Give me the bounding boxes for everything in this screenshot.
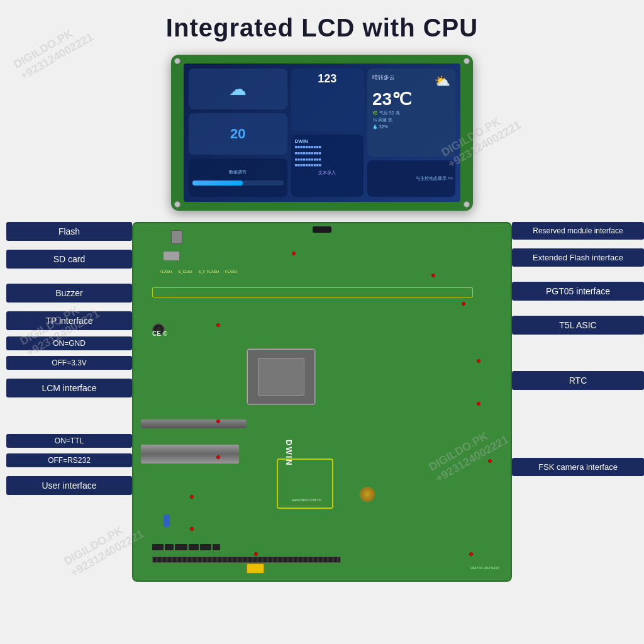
pcb-ic-1 <box>152 544 164 550</box>
lcd-module: ☁ 20 数据调节 <box>171 55 473 211</box>
label-sd-card: SD card <box>6 250 132 269</box>
lcd-weather-widget: 晴转多云 ⛅ 23℃ 🌿 气压 52 高 🌬 风速 低 💧 32% <box>367 69 455 157</box>
pcb-usb <box>171 230 182 244</box>
pcb-connector-top <box>313 226 331 233</box>
pcb-ic-3 <box>175 544 187 550</box>
pcb-red-dot-7 <box>254 552 258 556</box>
label-reserved-module: Reserved module interface <box>512 222 644 240</box>
lcd-num-label: 123 <box>295 72 360 86</box>
lcd-weather-top: 晴转多云 ⛅ <box>372 74 450 89</box>
pcb-capacitor <box>164 514 170 527</box>
pcb-red-dot-8 <box>431 274 435 277</box>
lcd-scroll-label: 与主控动态展示 >> <box>416 175 453 182</box>
lcd-screen: ☁ 20 数据调节 <box>184 64 460 202</box>
lcd-scroll-label-box: 与主控动态展示 >> <box>367 160 455 197</box>
label-on-ttl: ON=TTL <box>6 434 132 448</box>
pcb-version-text: DMT84-2025H10 <box>470 566 499 570</box>
pcb-red-dot-11 <box>477 402 480 406</box>
label-off-rs232: OFF=RS232 <box>6 453 132 467</box>
label-on-gnd: ON=GND <box>6 336 132 350</box>
pcb-chip-main <box>247 348 316 405</box>
lcd-slider-widget: 数据调节 <box>189 158 287 197</box>
pcb-dwin-text: DWIN <box>284 440 294 467</box>
lcd-content: ☁ 20 数据调节 <box>184 64 460 202</box>
pcb-flash-label: FLASHS_CLK0S_F-FLASHFLASH <box>160 270 237 274</box>
lcd-left-panel: ☁ 20 数据调节 <box>189 69 287 197</box>
lcd-display-area: ☁ 20 数据调节 <box>0 48 644 211</box>
lcd-temperature: 23℃ <box>372 89 450 109</box>
lcd-number-widget: 20 <box>189 113 287 154</box>
label-off-3v3: OFF=3.3V <box>6 356 132 370</box>
pcb-section: Flash SD card Buzzer TP interface ON=GND… <box>0 211 644 588</box>
label-tp-interface: TP interface <box>6 311 132 330</box>
lcd-text-lines: ■■■■■■■■■■ ■■■■■■■■■■ ■■■■■■■■■■ ■■■■■■■… <box>295 144 360 169</box>
pcb-center: FLASHS_CLK0S_F-FLASHFLASH CE © <box>132 216 512 588</box>
pcb-flash-area <box>152 287 473 297</box>
pcb-ic-4 <box>189 544 199 550</box>
screw-br <box>464 201 470 208</box>
pcb-red-dot-12 <box>488 459 492 463</box>
label-lcm-interface: LCM interface <box>6 379 132 397</box>
lcd-cloud-widget: ☁ <box>189 69 287 109</box>
labels-left: Flash SD card Buzzer TP interface ON=GND… <box>0 216 132 588</box>
pcb-sdcard <box>164 252 179 260</box>
pcb-ic-5 <box>200 544 211 550</box>
pcb-red-dot-1 <box>292 252 296 255</box>
lcd-slider-track <box>192 180 284 186</box>
label-buzzer: Buzzer <box>6 284 132 303</box>
pcb-ic-2 <box>165 544 174 550</box>
label-extended-flash: Extended Flash interface <box>512 248 644 267</box>
screw-tr <box>464 58 470 64</box>
label-pgt05: PGT05 interface <box>512 282 644 301</box>
pcb-red-dot-2 <box>216 323 220 327</box>
screw-bl <box>174 201 180 208</box>
screw-tl <box>174 58 180 64</box>
label-flash: Flash <box>6 222 132 241</box>
lcd-slider-fill <box>192 180 243 186</box>
pcb-red-dot-5 <box>190 495 194 499</box>
page-title: Integrated LCD with CPU <box>0 0 644 48</box>
pcb-components-bottom <box>152 543 492 552</box>
lcd-center-panel: 123 DWIN ■■■■■■■■■■ ■■■■■■■■■■ ■■■■■■■■■… <box>291 69 364 197</box>
pcb-ic-6 <box>213 544 220 550</box>
labels-right: Reserved module interface Extended Flash… <box>512 216 644 588</box>
label-t5l-asic: T5L ASIC <box>512 316 644 335</box>
pcb-ce-mark: CE © <box>152 330 167 337</box>
lcd-weather-condition: 晴转多云 <box>372 74 395 82</box>
pcb-board: FLASHS_CLK0S_F-FLASHFLASH CE © <box>132 222 512 582</box>
pcb-red-dot-9 <box>462 302 465 306</box>
label-fsk-camera: FSK camera interface <box>512 458 644 476</box>
lcd-dwin-label: DWIN <box>295 138 360 144</box>
lcd-data-label: 数据调节 <box>192 169 284 175</box>
lcd-text-entry-label: 文本录入 <box>295 170 360 176</box>
lcd-number-display: 20 <box>230 126 245 142</box>
lcd-weather-stats: 🌿 气压 52 高 🌬 风速 低 💧 32% <box>372 109 450 131</box>
cloud-icon: ☁ <box>229 79 247 99</box>
label-user-interface: User interface <box>6 476 132 495</box>
pcb-red-dot-6 <box>190 527 194 531</box>
pcb-connector-ribbon <box>141 419 247 428</box>
label-rtc: RTC <box>512 371 644 390</box>
pcb-lcm-connector <box>141 445 239 464</box>
pcb-red-dot-13 <box>469 552 473 556</box>
pcb-rtc-battery <box>360 487 375 502</box>
pcb-yellow-connector <box>247 564 264 574</box>
pcb-dwin-url: www.DWIN.COM.CN <box>292 498 321 502</box>
lcd-right-panel: 晴转多云 ⛅ 23℃ 🌿 气压 52 高 🌬 风速 低 💧 32% <box>367 69 455 197</box>
pcb-red-dot-10 <box>477 359 480 363</box>
lcd-num-widget: 123 <box>291 69 364 131</box>
lcd-text-widget: DWIN ■■■■■■■■■■ ■■■■■■■■■■ ■■■■■■■■■■ ■■… <box>291 135 364 197</box>
pcb-header-strip <box>152 557 341 563</box>
page-container: DIGILDO.PK+923124002221 DIGILDO.PK+92312… <box>0 0 644 644</box>
lcd-weather-icon: ⛅ <box>435 74 450 89</box>
